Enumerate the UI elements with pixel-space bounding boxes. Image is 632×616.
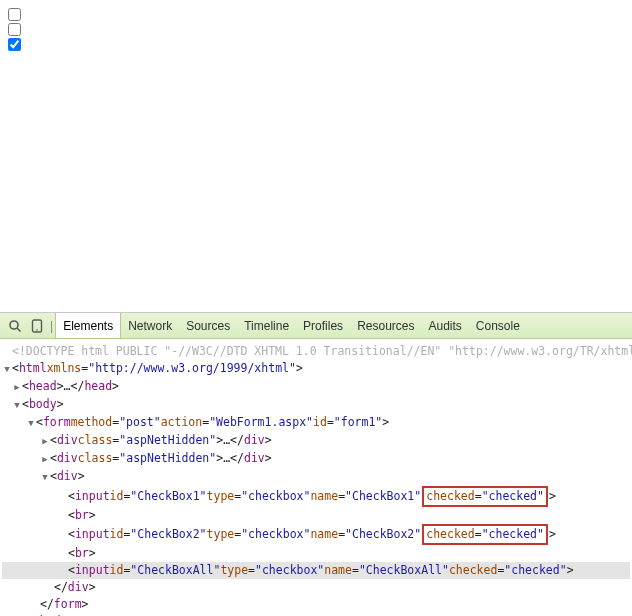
tab-audits[interactable]: Audits <box>421 313 468 338</box>
tree-row[interactable]: <div class="aspNetHidden">…</div> <box>2 432 630 450</box>
tree-row-selected[interactable]: <input id="CheckBoxAll" type="checkbox" … <box>2 562 630 579</box>
tree-row[interactable]: <input id="CheckBox1" type="checkbox" na… <box>2 486 630 507</box>
chevron-down-icon[interactable] <box>40 469 50 486</box>
device-icon[interactable] <box>26 315 48 337</box>
chevron-right-icon[interactable] <box>12 379 22 396</box>
tab-network[interactable]: Network <box>121 313 179 338</box>
annotation-box: checked="checked" <box>422 524 548 545</box>
svg-point-3 <box>36 329 38 331</box>
devtools-toolbar: | Elements Network Sources Timeline Prof… <box>0 313 632 339</box>
tree-row[interactable]: <br> <box>2 507 630 524</box>
chevron-right-icon[interactable] <box>40 451 50 468</box>
annotation-box: checked="checked" <box>422 486 548 507</box>
checkbox-all[interactable] <box>8 38 21 51</box>
tab-profiles[interactable]: Profiles <box>296 313 350 338</box>
elements-tree[interactable]: <!DOCTYPE html PUBLIC "-//W3C//DTD XHTML… <box>0 339 632 616</box>
tree-row[interactable]: <!DOCTYPE html PUBLIC "-//W3C//DTD XHTML… <box>2 343 630 360</box>
tree-row[interactable]: </form> <box>2 596 630 613</box>
doctype-text: <!DOCTYPE html PUBLIC "-//W3C//DTD XHTML… <box>12 343 632 360</box>
tree-row[interactable]: <div> <box>2 468 630 486</box>
tab-timeline[interactable]: Timeline <box>237 313 296 338</box>
separator: | <box>50 319 53 333</box>
tree-row[interactable]: <html xmlns="http://www.w3.org/1999/xhtm… <box>2 360 630 378</box>
tree-row[interactable]: <head>…</head> <box>2 378 630 396</box>
tree-row[interactable]: <body> <box>2 396 630 414</box>
page-content <box>0 0 632 312</box>
chevron-right-icon[interactable] <box>40 433 50 450</box>
svg-point-0 <box>10 321 18 329</box>
tree-row[interactable]: <form method="post" action="WebForm1.asp… <box>2 414 630 432</box>
tree-row[interactable]: <input id="CheckBox2" type="checkbox" na… <box>2 524 630 545</box>
chevron-down-icon[interactable] <box>26 415 36 432</box>
tree-row[interactable]: <div class="aspNetHidden">…</div> <box>2 450 630 468</box>
tree-row[interactable]: <br> <box>2 545 630 562</box>
search-icon[interactable] <box>4 315 26 337</box>
tab-sources[interactable]: Sources <box>179 313 237 338</box>
tab-elements[interactable]: Elements <box>55 313 121 338</box>
chevron-down-icon[interactable] <box>12 397 22 414</box>
tree-row[interactable]: </div> <box>2 579 630 596</box>
chevron-down-icon[interactable] <box>2 361 12 378</box>
checkbox-2[interactable] <box>8 23 21 36</box>
devtools-panel: | Elements Network Sources Timeline Prof… <box>0 312 632 616</box>
tab-resources[interactable]: Resources <box>350 313 421 338</box>
checkbox-1[interactable] <box>8 8 21 21</box>
tab-console[interactable]: Console <box>469 313 527 338</box>
svg-line-1 <box>17 328 21 332</box>
